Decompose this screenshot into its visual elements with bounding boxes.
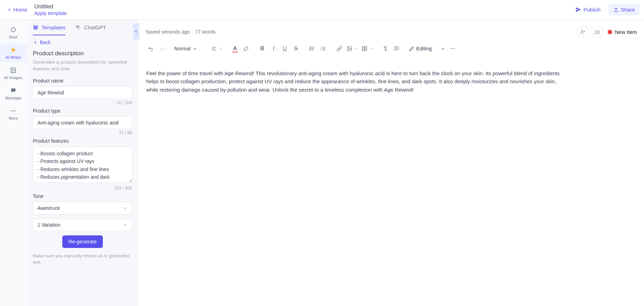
editing-mode-dropdown[interactable]: Editing: [408, 44, 447, 53]
list-ol-icon: 123: [320, 46, 326, 51]
undo-button[interactable]: [146, 43, 156, 54]
apply-template-link[interactable]: Apply template: [34, 10, 67, 16]
bolt-icon: [10, 47, 16, 53]
link-button[interactable]: [334, 43, 345, 54]
list-ul-icon: [309, 46, 315, 51]
product-features-counter: 224 / 900: [33, 186, 132, 191]
tone-value: Awestruck: [37, 205, 60, 211]
ordered-list-button[interactable]: 123: [318, 43, 328, 54]
add-collaborator-button[interactable]: [577, 26, 589, 38]
product-type-input[interactable]: [33, 116, 132, 129]
product-features-textarea[interactable]: - Boosts collagen product - Protects aga…: [33, 147, 132, 183]
clear-format-button[interactable]: [380, 43, 391, 54]
font-color-button[interactable]: A: [230, 43, 240, 54]
review-note: Make sure you manually review all AI gen…: [33, 253, 132, 265]
chat-icon: [10, 87, 16, 94]
undo-icon: [148, 46, 154, 52]
publish-button[interactable]: Publish: [571, 4, 605, 15]
tab-chatgpt[interactable]: ChatGPT: [75, 24, 106, 35]
more-options-button[interactable]: [447, 43, 458, 54]
chevron-down-icon: [123, 206, 128, 211]
nav-item-more[interactable]: More: [0, 104, 27, 123]
chevron-down-icon: [123, 222, 128, 227]
upload-icon: [613, 7, 619, 13]
comment-icon: [394, 46, 399, 51]
home-link[interactable]: Home: [4, 5, 30, 15]
document-body[interactable]: Feel the power of time travel with Age R…: [139, 58, 644, 306]
svg-point-43: [451, 48, 451, 49]
nav-label: Message: [5, 96, 22, 100]
comment-button[interactable]: [391, 43, 402, 54]
svg-point-10: [13, 111, 14, 112]
product-name-input[interactable]: [33, 86, 132, 99]
align-dropdown[interactable]: [210, 44, 224, 53]
more-icon: [450, 46, 455, 51]
highlight-button[interactable]: [241, 43, 252, 54]
bold-icon: B: [260, 45, 264, 52]
left-nav: Brief AI Writer AI Images Message More: [0, 20, 27, 306]
product-type-counter: 37 / 80: [33, 130, 132, 135]
document-paragraph[interactable]: Feel the power of time travel with Age R…: [146, 69, 566, 94]
bullet-list-button[interactable]: [307, 43, 317, 54]
editor-area: Saved seconds ago 77 words New Item Norm…: [139, 20, 644, 306]
nav-item-ai-images[interactable]: AI Images: [0, 64, 27, 83]
svg-point-24: [310, 50, 311, 50]
top-header: Home Untitled Apply template Publish Sha…: [0, 0, 644, 20]
tab-label: Templates: [42, 24, 65, 30]
svg-point-9: [11, 111, 12, 112]
svg-point-8: [12, 69, 13, 70]
new-item-label: New Item: [615, 29, 637, 35]
bold-button[interactable]: B: [257, 43, 268, 54]
chat-bubbles-icon: [75, 24, 81, 30]
share-label: Share: [621, 7, 635, 13]
user-plus-icon: [580, 29, 586, 35]
tone-label: Tone: [33, 193, 132, 199]
camera-icon: [594, 29, 600, 35]
nav-item-ai-writer[interactable]: AI Writer: [0, 43, 27, 62]
image-dropdown[interactable]: [345, 44, 360, 53]
panel-title: Product description: [33, 50, 132, 57]
svg-point-22: [310, 47, 311, 48]
paragraph-format-dropdown[interactable]: Normal: [173, 44, 204, 53]
variations-select[interactable]: 1 Variation: [33, 219, 132, 231]
panel-description: Generates a product description for spec…: [33, 59, 132, 72]
strikethrough-button[interactable]: S: [291, 43, 301, 54]
collapse-sidebar-button[interactable]: [133, 23, 139, 40]
italic-icon: I: [273, 45, 274, 52]
send-icon: [575, 7, 581, 13]
svg-point-44: [452, 48, 453, 49]
sidebar-scroll[interactable]: Back Product description Generates a pro…: [27, 35, 139, 306]
chevron-left-icon: [7, 7, 12, 12]
svg-point-35: [348, 48, 349, 48]
italic-button[interactable]: I: [268, 43, 279, 54]
nav-item-brief[interactable]: Brief: [0, 23, 27, 42]
more-icon: [10, 108, 16, 114]
nav-item-message[interactable]: Message: [0, 84, 27, 103]
history-button[interactable]: [592, 26, 603, 38]
redo-button[interactable]: [157, 43, 167, 54]
nav-label: AI Writer: [6, 55, 21, 59]
sidebar-panel: Templates ChatGPT Back Product descripti…: [27, 20, 139, 306]
back-button[interactable]: Back: [33, 40, 132, 45]
publish-label: Publish: [583, 7, 601, 13]
nav-label: Brief: [9, 35, 17, 39]
library-icon: [33, 24, 39, 30]
regenerate-button[interactable]: Re-generate: [62, 235, 103, 248]
table-dropdown[interactable]: [360, 44, 375, 53]
tab-templates[interactable]: Templates: [33, 24, 65, 35]
align-left-icon: [211, 46, 217, 51]
svg-point-11: [15, 111, 16, 112]
table-icon: [362, 46, 367, 51]
underline-button[interactable]: U: [279, 43, 290, 54]
chevron-down-icon: [193, 47, 197, 51]
page-title[interactable]: Untitled: [34, 3, 67, 10]
svg-rect-13: [35, 26, 36, 29]
new-item-status[interactable]: New Item: [608, 29, 637, 35]
home-link-label: Home: [13, 7, 27, 13]
svg-rect-14: [36, 26, 38, 30]
chevron-down-icon: [219, 47, 223, 51]
share-button[interactable]: Share: [608, 4, 640, 15]
font-color-icon: A: [233, 45, 237, 52]
back-label: Back: [40, 40, 51, 45]
tone-select[interactable]: Awestruck: [33, 202, 132, 214]
